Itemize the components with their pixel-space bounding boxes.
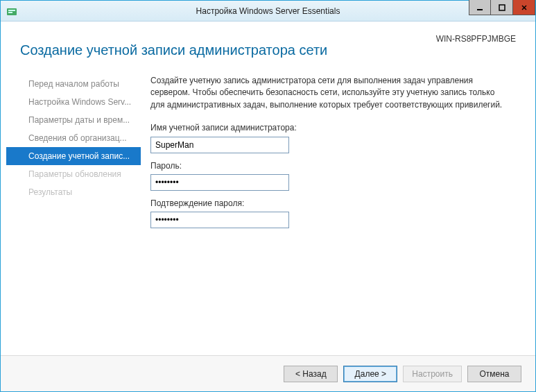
svg-rect-1 — [8, 10, 15, 11]
content-description: Создайте учетную запись администратора с… — [150, 75, 511, 111]
username-input[interactable] — [150, 137, 289, 153]
content-area: Создайте учетную запись администратора с… — [141, 71, 530, 355]
sidebar-item-organization: Сведения об организац... — [6, 129, 141, 147]
sidebar-item-create-account: Создание учетной запис... — [6, 147, 141, 165]
configure-button[interactable]: Настроить — [403, 366, 462, 382]
sidebar-item-before-begin: Перед началом работы — [6, 75, 141, 93]
sidebar-item-results: Результаты — [6, 183, 141, 201]
sidebar-item-update-settings: Параметры обновления — [6, 165, 141, 183]
window-title: Настройка Windows Server Essentials — [1, 6, 535, 16]
password-label: Пароль: — [150, 160, 516, 172]
minimize-button[interactable] — [469, 0, 491, 15]
body: Перед началом работы Настройка Windows S… — [1, 68, 535, 355]
back-button[interactable]: < Назад — [284, 366, 338, 382]
confirm-password-input[interactable] — [150, 212, 289, 228]
app-icon — [6, 6, 17, 17]
sidebar-item-date-time: Параметры даты и врем... — [6, 111, 141, 129]
cancel-button[interactable]: Отмена — [467, 366, 521, 382]
page-title: Создание учетной записи администратора с… — [20, 42, 516, 58]
next-button[interactable]: Далее > — [343, 366, 397, 382]
username-field-group: Имя учетной записи администратора: — [150, 122, 516, 153]
window-controls — [469, 0, 535, 15]
password-field-group: Пароль: — [150, 160, 516, 191]
close-button[interactable] — [513, 0, 535, 15]
svg-rect-3 — [477, 9, 483, 10]
maximize-button[interactable] — [491, 0, 513, 15]
password-input[interactable] — [150, 174, 289, 191]
svg-rect-4 — [499, 5, 505, 10]
sidebar-item-windows-server: Настройка Windows Serv... — [6, 93, 141, 111]
titlebar: Настройка Windows Server Essentials — [1, 1, 535, 22]
machine-name: WIN-RS8PFPJMBGE — [436, 34, 516, 44]
footer: < Назад Далее > Настроить Отмена — [1, 355, 535, 391]
sidebar: Перед началом работы Настройка Windows S… — [6, 71, 141, 355]
svg-rect-2 — [8, 12, 12, 13]
confirm-label: Подтверждение пароля: — [150, 198, 516, 210]
header: WIN-RS8PFPJMBGE Создание учетной записи … — [1, 22, 535, 68]
confirm-field-group: Подтверждение пароля: — [150, 198, 516, 228]
username-label: Имя учетной записи администратора: — [150, 122, 516, 134]
window-frame: Настройка Windows Server Essentials WIN-… — [0, 0, 536, 392]
